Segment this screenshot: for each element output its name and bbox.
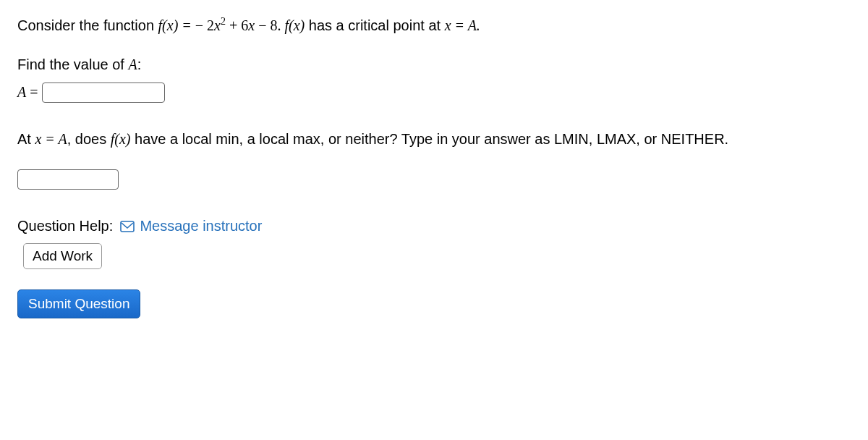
at-x-mid: , does bbox=[67, 131, 111, 147]
intro-after: has a critical point at bbox=[305, 17, 444, 33]
submit-row: Submit Question bbox=[17, 269, 851, 318]
x-var: x bbox=[214, 17, 221, 33]
x-eq-A-2: x = A bbox=[35, 131, 67, 147]
A-equals-pre: A bbox=[17, 84, 26, 100]
plus-6: + 6 bbox=[226, 17, 248, 33]
submit-question-button[interactable]: Submit Question bbox=[17, 289, 140, 318]
message-instructor-link[interactable]: Message instructor bbox=[140, 218, 262, 234]
neg-sign: − bbox=[195, 17, 207, 33]
mail-icon bbox=[120, 217, 135, 237]
answer-input-row bbox=[17, 168, 851, 190]
colon: : bbox=[137, 56, 142, 72]
exponent-2: 2 bbox=[221, 16, 226, 27]
at-x-pre: At bbox=[17, 131, 35, 147]
fx-2: f(x) bbox=[284, 17, 305, 33]
find-a-prompt: Find the value of A: bbox=[17, 54, 851, 75]
svg-rect-0 bbox=[121, 221, 134, 232]
A-var: A bbox=[128, 56, 137, 72]
find-label: Find the value of bbox=[17, 56, 128, 72]
x-var-2: x bbox=[248, 17, 255, 33]
a-input-row: A = bbox=[17, 82, 851, 103]
fx-3: f(x) bbox=[111, 131, 131, 147]
add-work-button[interactable]: Add Work bbox=[23, 243, 102, 269]
question-help-label: Question Help: bbox=[17, 218, 113, 234]
input-A[interactable] bbox=[42, 82, 165, 103]
question-help-row: Question Help: Message instructor bbox=[17, 216, 851, 237]
A-equals: = bbox=[26, 84, 41, 100]
add-work-row: Add Work bbox=[17, 243, 851, 269]
x-eq-A: x = A. bbox=[445, 17, 480, 33]
question-intro: Consider the function f(x) = − 2x2 + 6x … bbox=[17, 14, 851, 35]
minus-8: − 8. bbox=[255, 17, 284, 33]
classify-prompt: At x = A, does f(x) have a local min, a … bbox=[17, 129, 851, 149]
fx-equals: f(x) = bbox=[158, 17, 195, 33]
at-x-after: have a local min, a local max, or neithe… bbox=[131, 131, 729, 147]
intro-text: Consider the function bbox=[17, 17, 158, 33]
input-answer[interactable] bbox=[17, 169, 119, 190]
coef-2: 2 bbox=[207, 17, 214, 33]
